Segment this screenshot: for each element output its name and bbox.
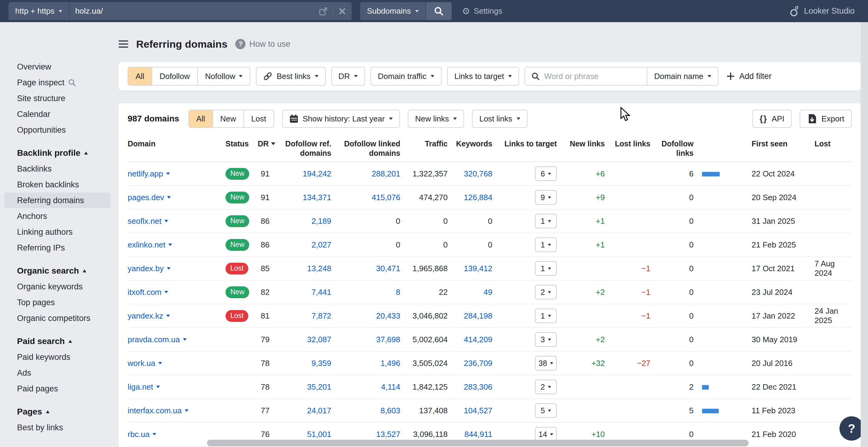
- url-input[interactable]: holz.ua/: [70, 2, 352, 20]
- dofollow-ref-domains-value[interactable]: 24,017: [280, 406, 331, 415]
- chevron-down-icon[interactable]: [156, 386, 160, 388]
- protocol-select[interactable]: http + https: [8, 2, 70, 20]
- sidebar-item-top-pages[interactable]: Top pages: [4, 295, 111, 310]
- sidebar-section-pages[interactable]: Pages: [0, 404, 116, 420]
- domain-link[interactable]: yandex.by: [128, 264, 164, 273]
- dofollow-ref-domains-value[interactable]: 51,001: [280, 430, 331, 439]
- dofollow-ref-domains-value[interactable]: 13,248: [280, 264, 331, 273]
- keywords-value[interactable]: 104,527: [448, 406, 492, 415]
- keywords-value[interactable]: 126,884: [448, 193, 492, 202]
- chevron-down-icon[interactable]: [166, 315, 170, 317]
- links-to-target-select[interactable]: 1: [535, 238, 557, 252]
- col-dofollow-links[interactable]: Dofollow links: [650, 139, 742, 158]
- sidebar-item-linking-authors[interactable]: Linking authors: [4, 224, 111, 240]
- dofollow-ref-domains-value[interactable]: 2,027: [280, 240, 331, 250]
- sidebar-item-page-inspect[interactable]: Page inspect: [4, 75, 111, 91]
- col-lost[interactable]: Lost: [808, 139, 851, 148]
- sidebar-item-ads[interactable]: Ads: [4, 365, 111, 381]
- dofollow-ref-domains-value[interactable]: 134,371: [280, 193, 331, 202]
- dofollow-linked-domains-value[interactable]: 8,603: [331, 406, 400, 415]
- links-to-target-select[interactable]: 6: [535, 166, 557, 181]
- links-to-target-select[interactable]: 9: [535, 190, 557, 205]
- segment-status-new[interactable]: New: [213, 110, 244, 127]
- domain-link[interactable]: pravda.com.ua: [128, 335, 180, 344]
- sidebar-section-outgoing-links[interactable]: Outgoing links: [0, 443, 116, 447]
- dofollow-ref-domains-value[interactable]: 32,087: [280, 335, 331, 344]
- segment-all[interactable]: All: [128, 67, 152, 85]
- sidebar-item-calendar[interactable]: Calendar: [4, 106, 111, 122]
- dofollow-linked-domains-value[interactable]: 37,698: [331, 335, 400, 344]
- chevron-down-icon[interactable]: [164, 220, 168, 222]
- chevron-down-icon[interactable]: [153, 433, 156, 436]
- scope-select[interactable]: Subdomains: [360, 2, 426, 20]
- col-dofollow-ref-domains[interactable]: Dofollow ref. domains: [280, 139, 331, 158]
- new-links-select[interactable]: New links: [408, 110, 464, 128]
- sidebar-item-referring-domains[interactable]: Referring domains: [4, 193, 111, 208]
- col-domain[interactable]: Domain: [128, 139, 225, 148]
- links-to-target-select[interactable]: 3: [535, 332, 557, 347]
- segment-dofollow[interactable]: Dofollow: [152, 67, 198, 85]
- links-to-target-select[interactable]: 1: [535, 309, 557, 323]
- domain-link[interactable]: itxoft.com: [128, 287, 161, 297]
- links-to-target-select[interactable]: 5: [535, 403, 557, 418]
- col-new-links[interactable]: New links: [559, 139, 605, 148]
- clear-input-icon[interactable]: [338, 7, 346, 15]
- dofollow-linked-domains-value[interactable]: 20,433: [331, 311, 400, 321]
- keywords-value[interactable]: 320,768: [448, 169, 492, 178]
- keywords-value[interactable]: 414,209: [448, 335, 492, 344]
- domain-link[interactable]: seoflx.net: [128, 216, 161, 226]
- dofollow-linked-domains-value[interactable]: 288,201: [331, 169, 400, 178]
- sidebar-item-paid-keywords[interactable]: Paid keywords: [4, 349, 111, 365]
- dofollow-ref-domains-value[interactable]: 35,201: [280, 382, 331, 392]
- col-dr-sorted[interactable]: DR: [258, 139, 280, 148]
- domain-link[interactable]: liga.net: [128, 382, 153, 392]
- sidebar-item-organic-competitors[interactable]: Organic competitors: [4, 310, 111, 326]
- domain-link[interactable]: rbc.ua: [128, 430, 150, 439]
- vertical-scrollbar[interactable]: [861, 22, 868, 447]
- sidebar-item-overview[interactable]: Overview: [4, 59, 111, 75]
- how-to-use-link[interactable]: ? How to use: [235, 39, 290, 49]
- col-lost-links[interactable]: Lost links: [605, 139, 650, 148]
- search-input[interactable]: Word or phrase: [525, 67, 647, 85]
- chevron-down-icon[interactable]: [164, 291, 168, 294]
- sidebar-item-site-structure[interactable]: Site structure: [4, 91, 111, 106]
- dofollow-linked-domains-value[interactable]: 8: [331, 287, 400, 297]
- dofollow-ref-domains-value[interactable]: 2,189: [280, 216, 331, 226]
- chevron-down-icon[interactable]: [167, 196, 171, 199]
- links-to-target-select[interactable]: 1: [535, 261, 557, 276]
- dofollow-ref-domains-value[interactable]: 7,441: [280, 287, 331, 297]
- sidebar-item-anchors[interactable]: Anchors: [4, 208, 111, 224]
- links-to-target-select[interactable]: 14: [535, 427, 557, 442]
- help-fab-button[interactable]: ?: [839, 416, 864, 441]
- domain-link[interactable]: pages.dev: [128, 193, 164, 202]
- col-dofollow-linked-domains[interactable]: Dofollow linked domains: [331, 139, 400, 158]
- horizontal-scrollbar-thumb[interactable]: [207, 440, 749, 446]
- links-to-target-select[interactable]: 38: [535, 356, 557, 371]
- sidebar-section-organic-search[interactable]: Organic search: [0, 263, 116, 279]
- domain-link[interactable]: yandex.kz: [128, 311, 163, 321]
- dofollow-ref-domains-value[interactable]: 7,872: [280, 311, 331, 321]
- dofollow-linked-domains-value[interactable]: 30,471: [331, 264, 400, 273]
- keywords-value[interactable]: 844,911: [448, 430, 492, 439]
- col-status[interactable]: Status: [225, 139, 258, 148]
- sidebar-section-paid-search[interactable]: Paid search: [0, 334, 116, 349]
- segment-status-all[interactable]: All: [189, 110, 213, 127]
- col-traffic[interactable]: Traffic: [400, 139, 448, 148]
- domain-link[interactable]: netlify.app: [128, 169, 163, 178]
- dofollow-linked-domains-value[interactable]: 415,076: [331, 193, 400, 202]
- dofollow-linked-domains-value[interactable]: 4,114: [331, 382, 400, 392]
- chevron-down-icon[interactable]: [167, 267, 170, 270]
- export-button[interactable]: Export: [800, 110, 851, 128]
- looker-studio-button[interactable]: Looker Studio: [789, 5, 855, 17]
- show-history-select[interactable]: Show history: Last year: [282, 110, 400, 128]
- sidebar-item-broken-backlinks[interactable]: Broken backlinks: [4, 177, 111, 193]
- settings-button[interactable]: ⚙ Settings: [462, 6, 502, 16]
- links-to-target-filter[interactable]: Links to target: [447, 67, 519, 85]
- segment-status-lost[interactable]: Lost: [244, 110, 274, 127]
- search-mode-select[interactable]: Domain name: [647, 67, 718, 85]
- dofollow-linked-domains-value[interactable]: 1,496: [331, 358, 400, 368]
- dr-filter[interactable]: DR: [331, 67, 365, 85]
- sidebar-section-backlink-profile[interactable]: Backlink profile: [0, 145, 116, 161]
- open-in-new-tab-icon[interactable]: [319, 7, 328, 16]
- links-to-target-select[interactable]: 1: [535, 214, 557, 228]
